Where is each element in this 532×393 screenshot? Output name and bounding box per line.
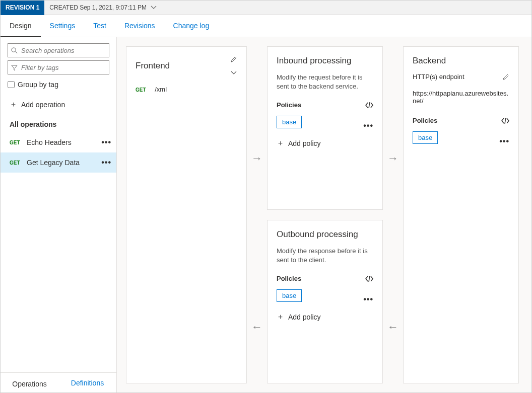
design-canvas: Frontend GET /xml Inbound processing (117, 37, 531, 392)
group-label: Group by tag (18, 81, 58, 89)
frontend-path: /xml (155, 86, 167, 93)
add-policy-button[interactable]: ＋ Add policy (277, 309, 373, 322)
frontend-card: Frontend GET /xml (126, 46, 247, 383)
group-checkbox[interactable] (8, 81, 15, 88)
method-badge: GET (10, 140, 25, 145)
frontend-title: Frontend (136, 61, 170, 71)
more-icon[interactable]: ••• (499, 140, 509, 143)
operation-item[interactable]: GET Get Legacy Data ••• (1, 152, 116, 173)
add-operation[interactable]: ＋ Add operation (1, 94, 116, 115)
policies-label: Policies (277, 101, 301, 109)
tab-operations[interactable]: Operations (1, 373, 58, 392)
inbound-desc: Modify the request before it is sent to … (277, 73, 373, 91)
filter-box[interactable] (8, 60, 109, 74)
add-policy-label: Add policy (288, 139, 321, 147)
arrow-left-icon (247, 240, 267, 393)
tab-definitions[interactable]: Definitions (58, 373, 116, 392)
more-icon[interactable]: ••• (101, 161, 111, 164)
policy-base-tag[interactable]: base (413, 131, 438, 144)
revision-bar: REVISION 1 CREATED Sep 1, 2021, 9:07:11 … (1, 1, 531, 15)
operations-sidebar: Group by tag ＋ Add operation All operati… (1, 37, 117, 392)
search-box[interactable] (8, 43, 109, 57)
policy-base-tag[interactable]: base (277, 116, 302, 128)
revision-badge[interactable]: REVISION 1 (1, 1, 44, 15)
arrow-right-icon (247, 76, 267, 240)
outbound-desc: Modify the response before it is sent to… (277, 247, 373, 265)
group-by-tag[interactable]: Group by tag (8, 81, 109, 89)
outbound-title: Outbound processing (277, 229, 373, 240)
add-policy-button[interactable]: ＋ Add policy (277, 135, 373, 148)
operation-name: Get Legacy Data (25, 159, 101, 167)
plus-icon: ＋ (10, 100, 17, 109)
chevron-down-icon[interactable] (230, 70, 237, 75)
tab-test[interactable]: Test (84, 15, 115, 37)
tab-settings[interactable]: Settings (41, 15, 85, 37)
code-icon[interactable] (365, 102, 373, 108)
tab-changelog[interactable]: Change log (164, 15, 219, 37)
policies-label: Policies (277, 275, 301, 282)
revision-created-text: CREATED Sep 1, 2021, 9:07:11 PM (49, 4, 147, 11)
inbound-card: Inbound processing Modify the request be… (267, 46, 383, 210)
all-operations-header[interactable]: All operations (1, 115, 116, 132)
svg-line-1 (15, 51, 17, 53)
code-icon[interactable] (501, 118, 509, 124)
backend-card: Backend HTTP(s) endpoint https://httpapi… (403, 46, 519, 383)
pencil-icon[interactable] (502, 73, 509, 81)
add-operation-label: Add operation (21, 101, 65, 109)
more-icon[interactable]: ••• (101, 141, 111, 144)
code-icon[interactable] (365, 276, 373, 282)
method-badge: GET (10, 160, 25, 166)
more-icon[interactable]: ••• (363, 298, 373, 301)
add-policy-label: Add policy (288, 313, 321, 321)
plus-icon: ＋ (277, 312, 284, 322)
search-input[interactable] (21, 47, 106, 54)
backend-title: Backend (413, 56, 509, 66)
inbound-title: Inbound processing (277, 56, 373, 66)
filter-input[interactable] (21, 64, 106, 71)
policies-label: Policies (413, 117, 437, 124)
tab-design[interactable]: Design (1, 15, 41, 37)
arrow-right-icon (383, 76, 403, 240)
arrow-left-icon (383, 240, 403, 393)
plus-icon: ＋ (277, 138, 284, 148)
operation-name: Echo Headers (25, 138, 101, 146)
filter-icon (11, 64, 18, 71)
bottom-tabs: Operations Definitions (1, 372, 116, 392)
pencil-icon[interactable] (230, 56, 237, 63)
endpoint-label: HTTP(s) endpoint (413, 73, 464, 81)
tab-revisions[interactable]: Revisions (115, 15, 164, 37)
svg-point-0 (12, 47, 16, 51)
search-icon (11, 47, 18, 54)
outbound-card: Outbound processing Modify the response … (267, 220, 383, 383)
policy-base-tag[interactable]: base (277, 289, 302, 302)
backend-url: https://httpapianu.azurewebsites.net/ (413, 90, 509, 105)
tabs-bar: Design Settings Test Revisions Change lo… (1, 15, 531, 37)
operation-item[interactable]: GET Echo Headers ••• (1, 132, 116, 152)
chevron-down-icon[interactable] (151, 6, 157, 10)
more-icon[interactable]: ••• (363, 124, 373, 127)
frontend-method: GET (136, 87, 146, 93)
